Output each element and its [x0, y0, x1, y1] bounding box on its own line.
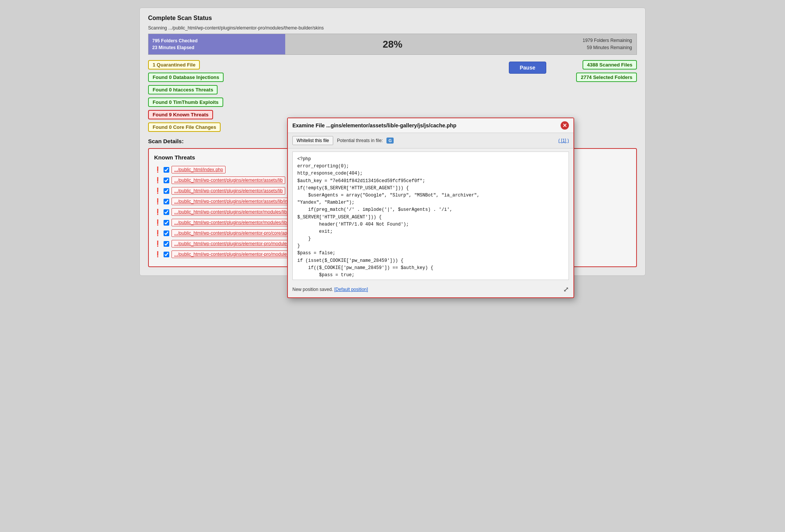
threat-checkbox[interactable]: [164, 209, 169, 215]
modal-close-button[interactable]: ✕: [561, 121, 569, 130]
threat-icon: ❗: [154, 187, 161, 194]
threat-file-link[interactable]: .../public_html/index.php: [172, 166, 226, 173]
selected-folders-badge[interactable]: 2774 Selected Folders: [576, 73, 637, 82]
progress-filled: 795 Folders Checked 23 Minutes Elapsed: [148, 34, 285, 54]
core-changes-badge[interactable]: Found 0 Core File Changes: [148, 122, 221, 132]
minutes-remaining: 59 Minutes Remaining: [583, 44, 632, 51]
modal-toolbar: Whitelist this file Potential threats in…: [288, 133, 573, 148]
threat-file-link[interactable]: .../public_html/wp-content/plugins/eleme…: [172, 176, 285, 184]
translate-icon[interactable]: G: [386, 138, 394, 144]
db-injections-badge[interactable]: Found 0 Database Injections: [148, 73, 224, 82]
threat-icon: ❗: [154, 209, 161, 215]
code-area[interactable]: <?php error_reporting(0); http_response_…: [292, 152, 569, 280]
threat-icon: ❗: [154, 251, 161, 258]
folders-checked-text: 795 Folders Checked: [152, 37, 285, 44]
modal-footer: New position saved. [Default position] ⤢: [288, 283, 573, 297]
threat-icon: ❗: [154, 219, 161, 226]
known-threats-badge[interactable]: Found 9 Known Threats: [148, 110, 213, 119]
modal-title: Examine File ...gins/elementor/assets/li…: [292, 122, 456, 128]
timthumb-badge[interactable]: Found 0 TimThumb Exploits: [148, 97, 223, 107]
progress-right: 1979 Folders Remaining 59 Minutes Remain…: [583, 34, 637, 54]
threats-label: Potential threats in file:: [337, 138, 383, 143]
threat-checkbox[interactable]: [164, 167, 169, 173]
fullscreen-button[interactable]: ⤢: [563, 285, 569, 294]
progress-percent: 28%: [383, 39, 402, 50]
folders-remaining: 1979 Folders Remaining: [583, 37, 632, 44]
examine-file-modal: Examine File ...gins/elementor/assets/li…: [287, 118, 574, 298]
pause-button[interactable]: Pause: [509, 62, 546, 74]
modal-header: Examine File ...gins/elementor/assets/li…: [288, 118, 573, 133]
status-right: 4388 Scanned Files 2774 Selected Folders: [546, 60, 637, 82]
progress-bar-container: 795 Folders Checked 23 Minutes Elapsed 2…: [148, 34, 637, 55]
htaccess-badge[interactable]: Found 0 htaccess Threats: [148, 85, 218, 94]
quarantine-badge[interactable]: 1 Quarantined File: [148, 60, 200, 70]
scanning-path: Scanning .../public_html/wp-content/plug…: [148, 25, 637, 31]
threat-icon: ❗: [154, 198, 161, 205]
threat-icon: ❗: [154, 230, 161, 237]
threat-icon: ❗: [154, 240, 161, 247]
threat-checkbox[interactable]: [164, 220, 169, 226]
minutes-elapsed-text: 23 Minutes Elapsed: [152, 44, 285, 51]
threat-checkbox[interactable]: [164, 199, 169, 204]
main-panel: Complete Scan Status Scanning .../public…: [139, 8, 646, 276]
threat-file-link[interactable]: .../public_html/wp-content/plugins/eleme…: [172, 187, 285, 195]
whitelist-button[interactable]: Whitelist this file: [292, 136, 333, 145]
threat-icon: ❗: [154, 177, 161, 184]
threat-checkbox[interactable]: [164, 241, 169, 247]
threat-checkbox[interactable]: [164, 230, 169, 236]
threat-icon: ❗: [154, 166, 161, 173]
position-saved: New position saved. [Default position]: [292, 287, 368, 292]
threat-checkbox[interactable]: [164, 188, 169, 194]
panel-title: Complete Scan Status: [148, 15, 637, 22]
default-position-link[interactable]: [Default position]: [334, 287, 368, 292]
threat-count-link[interactable]: ( [1] ): [558, 138, 569, 143]
threat-checkbox[interactable]: [164, 178, 169, 183]
threat-checkbox[interactable]: [164, 252, 169, 257]
scanned-files-badge[interactable]: 4388 Scanned Files: [583, 60, 637, 70]
